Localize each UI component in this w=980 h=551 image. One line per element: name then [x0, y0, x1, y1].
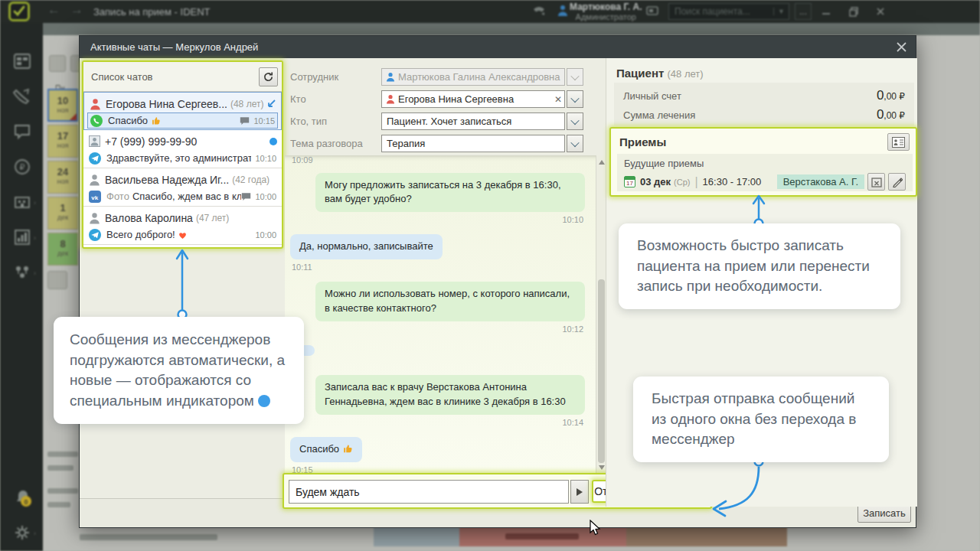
photo-placeholder-icon [89, 135, 100, 147]
patient-age: (48 лет) [668, 68, 704, 80]
chat-preview: Здравствуйте, это администрато... [106, 152, 251, 164]
cancel-appointment-button[interactable] [867, 173, 885, 191]
topic-combobox[interactable]: Терапия [381, 135, 583, 152]
chat-contact-name: Егорова Нина Сергеев... [106, 98, 227, 110]
chat-item[interactable]: Валова Каролина (47 лет) Всего доброго! … [83, 207, 282, 245]
message-bubble-outgoing: Могу предложить записаться на 3 декабря … [315, 173, 585, 213]
callout-quick-send: Быстрая отправка сообщений из одного окн… [633, 377, 889, 462]
thumbs-up-icon [342, 443, 353, 454]
employee-icon [386, 72, 395, 82]
message-input[interactable] [289, 480, 569, 504]
telegram-icon [89, 229, 101, 241]
form-label: Кто [290, 93, 306, 105]
callout-messengers: Сообщения из мессенджеров подгружаются а… [54, 317, 304, 424]
chat-time: 10:10 [255, 154, 276, 163]
chat-preview: Всего доброго! [106, 229, 175, 240]
calendar-icon: 17 [624, 176, 635, 187]
chat-item[interactable]: Васильева Надежда Иг... (42 года) vk Фот… [83, 168, 282, 207]
svg-text:vk: vk [91, 194, 98, 201]
chat-time: 10:15 [253, 116, 275, 126]
who-combobox[interactable]: Егорова Нина Сергеевна ✕ [381, 90, 583, 108]
reply-arrow-icon [266, 99, 276, 109]
patient-icon [89, 212, 100, 224]
message-icon [240, 116, 250, 126]
finance-value: 0 [877, 88, 884, 103]
finance-label: Личный счет [623, 90, 877, 102]
chat-preview-attachment: Фото [106, 191, 129, 202]
who-type-value: Пациент. Хочет записаться [382, 116, 564, 127]
screen: ← → Запись на прием - IDENT Мартюкова Г.… [0, 0, 980, 551]
whatsapp-icon [90, 115, 103, 127]
message-time: 10:14 [562, 418, 583, 427]
scrollbar-thumb[interactable] [598, 279, 605, 463]
patient-icon [89, 174, 100, 186]
chat-contact-name: Валова Каролина [105, 212, 193, 224]
thumbs-up-icon [151, 116, 161, 126]
patient-card-button[interactable] [887, 133, 910, 151]
chat-time: 10:00 [255, 230, 276, 240]
message-bubble-incoming: Спасибо [290, 437, 362, 462]
doctor-badge: Верстакова А. Г. [777, 174, 864, 189]
callout-quick-booking: Возможность быстро записать пациента на … [619, 223, 900, 309]
form-label: Кто, тип [290, 116, 327, 127]
message-time: 10:11 [292, 262, 312, 272]
form-label: Тема разговора [290, 138, 363, 149]
appointments-panel: Приемы Будущие приемы 17 03 дек (Ср) | 1… [609, 127, 917, 197]
modal-header: Активные чаты — Меркулов Андрей [80, 36, 916, 58]
chat-contact-age: (48 лет) [230, 99, 263, 109]
clear-icon[interactable]: ✕ [552, 94, 564, 105]
patient-finance-box: Личный счет 0,00 ₽ Сумма лечения 0,00 ₽ [614, 83, 914, 126]
finance-value: 0 [877, 107, 884, 122]
message-bubble-outgoing: Можно ли использовать номер, с которого … [315, 282, 585, 321]
book-appointment-button[interactable]: Записать [858, 504, 911, 523]
chat-preview: Спасибо, ждем вас в кл... [132, 191, 242, 202]
vk-icon: vk [89, 191, 101, 203]
appointment-date: 03 дек [640, 176, 671, 187]
appointment-weekday: (Ср) [674, 178, 690, 187]
message-bubble-outgoing: Записала вас к врачу Верстакова Антонина… [315, 375, 585, 415]
who-dropdown-button[interactable] [567, 90, 583, 108]
chat-item[interactable]: +7 (999) 999-99-90 Здравствуйте, это адм… [83, 130, 282, 168]
callout-connector-arrow [172, 248, 192, 321]
finance-row: Сумма лечения 0,00 ₽ [623, 107, 905, 123]
message-time: 10:09 [292, 155, 313, 165]
appointment-row: 17 03 дек (Ср) | 16:30 - 17:00 Верстаков… [624, 173, 906, 191]
send-icon[interactable] [570, 480, 589, 504]
employee-combobox: Мартюкова Галина Александровна [381, 68, 583, 86]
employee-dropdown-button [567, 68, 583, 86]
who-type-dropdown-button[interactable] [567, 112, 583, 130]
chat-contact-name: Васильева Надежда Иг... [105, 174, 229, 186]
future-appointments-box: Будущие приемы 17 03 дек (Ср) | 16:30 - … [617, 154, 913, 191]
mouse-cursor [590, 520, 602, 536]
chat-contact-age: (42 года) [232, 174, 270, 185]
callout-connector-curve [701, 455, 769, 520]
topic-value: Терапия [382, 138, 564, 149]
chat-preview: Спасибо [108, 115, 148, 126]
topic-dropdown-button[interactable] [567, 135, 583, 152]
message-icon [241, 192, 251, 201]
who-type-combobox[interactable]: Пациент. Хочет записаться [381, 112, 583, 130]
employee-value: Мартюкова Галина Александровна [398, 71, 564, 83]
appointments-title: Приемы [619, 135, 666, 148]
appointments-group-label: Будущие приемы [624, 158, 906, 169]
scroll-down-icon[interactable] [599, 465, 605, 470]
close-icon[interactable] [895, 41, 908, 54]
message-bubble-incoming: Да, нормально, записывайте [290, 234, 443, 259]
scroll-up-icon[interactable] [599, 160, 605, 165]
patient-icon [90, 98, 101, 110]
patient-title: Пациент [616, 67, 664, 80]
messages-scrollbar[interactable] [596, 155, 606, 474]
chat-contact-name: +7 (999) 999-99-90 [105, 135, 197, 148]
heart-icon [178, 230, 188, 240]
chat-contact-age: (47 лет) [196, 213, 229, 223]
message-time: 10:10 [562, 215, 583, 224]
telegram-icon [89, 152, 101, 165]
who-value: Егорова Нина Сергеевна [398, 93, 552, 105]
unread-indicator-dot [270, 138, 277, 145]
edit-appointment-button[interactable] [888, 173, 906, 191]
chat-time: 10:00 [255, 192, 276, 201]
form-label: Сотрудник [290, 71, 338, 83]
indicator-dot-icon [258, 395, 270, 407]
refresh-button[interactable] [259, 67, 278, 86]
chat-item[interactable]: Егорова Нина Сергеев... (48 лет) Спасибо… [83, 92, 282, 130]
